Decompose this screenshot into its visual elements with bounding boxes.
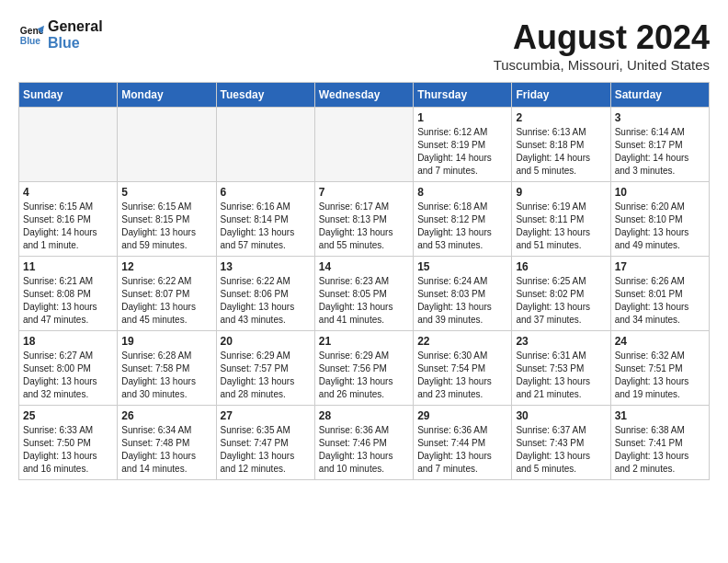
calendar-cell: 7Sunrise: 6:17 AM Sunset: 8:13 PM Daylig… bbox=[314, 182, 413, 257]
day-number: 8 bbox=[417, 186, 507, 199]
calendar-cell: 1Sunrise: 6:12 AM Sunset: 8:19 PM Daylig… bbox=[414, 108, 512, 182]
day-number: 9 bbox=[516, 186, 606, 199]
day-number: 29 bbox=[417, 409, 507, 422]
weekday-header-thursday: Thursday bbox=[414, 83, 512, 108]
svg-text:Blue: Blue bbox=[20, 36, 41, 46]
logo-text-general: General bbox=[48, 18, 103, 35]
day-info: Sunrise: 6:12 AM Sunset: 8:19 PM Dayligh… bbox=[417, 126, 507, 178]
day-info: Sunrise: 6:37 AM Sunset: 7:43 PM Dayligh… bbox=[516, 424, 606, 476]
day-info: Sunrise: 6:27 AM Sunset: 8:00 PM Dayligh… bbox=[23, 350, 113, 401]
day-info: Sunrise: 6:14 AM Sunset: 8:17 PM Dayligh… bbox=[615, 126, 705, 178]
day-info: Sunrise: 6:17 AM Sunset: 8:13 PM Dayligh… bbox=[319, 201, 409, 252]
day-info: Sunrise: 6:34 AM Sunset: 7:48 PM Dayligh… bbox=[121, 424, 211, 476]
calendar-cell bbox=[118, 108, 216, 182]
calendar-cell: 6Sunrise: 6:16 AM Sunset: 8:14 PM Daylig… bbox=[216, 182, 314, 257]
day-number: 7 bbox=[319, 186, 409, 199]
day-number: 1 bbox=[417, 111, 507, 124]
weekday-header-row: SundayMondayTuesdayWednesdayThursdayFrid… bbox=[19, 83, 710, 108]
calendar-cell bbox=[314, 108, 413, 182]
day-info: Sunrise: 6:29 AM Sunset: 7:56 PM Dayligh… bbox=[319, 350, 409, 401]
weekday-header-saturday: Saturday bbox=[610, 83, 709, 108]
day-number: 25 bbox=[23, 409, 113, 422]
day-info: Sunrise: 6:36 AM Sunset: 7:44 PM Dayligh… bbox=[417, 424, 507, 476]
calendar-cell: 12Sunrise: 6:22 AM Sunset: 8:07 PM Dayli… bbox=[118, 257, 216, 331]
day-number: 19 bbox=[121, 335, 211, 348]
day-info: Sunrise: 6:32 AM Sunset: 7:51 PM Dayligh… bbox=[615, 350, 705, 401]
calendar-cell: 30Sunrise: 6:37 AM Sunset: 7:43 PM Dayli… bbox=[512, 406, 610, 480]
day-number: 16 bbox=[516, 260, 606, 273]
day-number: 20 bbox=[221, 335, 311, 348]
day-info: Sunrise: 6:21 AM Sunset: 8:08 PM Dayligh… bbox=[23, 275, 113, 327]
day-info: Sunrise: 6:18 AM Sunset: 8:12 PM Dayligh… bbox=[417, 201, 507, 252]
day-info: Sunrise: 6:23 AM Sunset: 8:05 PM Dayligh… bbox=[319, 275, 409, 327]
day-info: Sunrise: 6:16 AM Sunset: 8:14 PM Dayligh… bbox=[221, 201, 311, 252]
calendar-cell: 19Sunrise: 6:28 AM Sunset: 7:58 PM Dayli… bbox=[118, 331, 216, 406]
day-number: 30 bbox=[516, 409, 606, 422]
calendar-cell: 27Sunrise: 6:35 AM Sunset: 7:47 PM Dayli… bbox=[216, 406, 314, 480]
day-number: 24 bbox=[615, 335, 705, 348]
day-info: Sunrise: 6:38 AM Sunset: 7:41 PM Dayligh… bbox=[615, 424, 705, 476]
day-number: 26 bbox=[121, 409, 211, 422]
calendar-cell bbox=[19, 108, 118, 182]
calendar-cell bbox=[216, 108, 314, 182]
day-info: Sunrise: 6:30 AM Sunset: 7:54 PM Dayligh… bbox=[417, 350, 507, 401]
calendar-week-row: 1Sunrise: 6:12 AM Sunset: 8:19 PM Daylig… bbox=[19, 108, 710, 182]
weekday-header-monday: Monday bbox=[118, 83, 216, 108]
day-number: 3 bbox=[615, 111, 705, 124]
calendar-cell: 14Sunrise: 6:23 AM Sunset: 8:05 PM Dayli… bbox=[314, 257, 413, 331]
logo: General Blue General Blue bbox=[18, 18, 103, 51]
day-number: 5 bbox=[121, 186, 211, 199]
day-number: 27 bbox=[221, 409, 311, 422]
day-info: Sunrise: 6:36 AM Sunset: 7:46 PM Dayligh… bbox=[319, 424, 409, 476]
day-info: Sunrise: 6:24 AM Sunset: 8:03 PM Dayligh… bbox=[417, 275, 507, 327]
month-title: August 2024 bbox=[494, 18, 710, 57]
day-number: 2 bbox=[516, 111, 606, 124]
calendar-cell: 29Sunrise: 6:36 AM Sunset: 7:44 PM Dayli… bbox=[414, 406, 512, 480]
calendar-week-row: 25Sunrise: 6:33 AM Sunset: 7:50 PM Dayli… bbox=[19, 406, 710, 480]
day-number: 6 bbox=[221, 186, 311, 199]
day-number: 14 bbox=[319, 260, 409, 273]
calendar-cell: 28Sunrise: 6:36 AM Sunset: 7:46 PM Dayli… bbox=[314, 406, 413, 480]
calendar-cell: 25Sunrise: 6:33 AM Sunset: 7:50 PM Dayli… bbox=[19, 406, 118, 480]
calendar-cell: 24Sunrise: 6:32 AM Sunset: 7:51 PM Dayli… bbox=[610, 331, 709, 406]
calendar-cell: 10Sunrise: 6:20 AM Sunset: 8:10 PM Dayli… bbox=[610, 182, 709, 257]
title-block: August 2024 Tuscumbia, Missouri, United … bbox=[494, 18, 710, 73]
calendar-cell: 9Sunrise: 6:19 AM Sunset: 8:11 PM Daylig… bbox=[512, 182, 610, 257]
calendar-cell: 17Sunrise: 6:26 AM Sunset: 8:01 PM Dayli… bbox=[610, 257, 709, 331]
calendar-week-row: 4Sunrise: 6:15 AM Sunset: 8:16 PM Daylig… bbox=[19, 182, 710, 257]
weekday-header-friday: Friday bbox=[512, 83, 610, 108]
day-number: 15 bbox=[417, 260, 507, 273]
weekday-header-sunday: Sunday bbox=[19, 83, 118, 108]
day-info: Sunrise: 6:19 AM Sunset: 8:11 PM Dayligh… bbox=[516, 201, 606, 252]
day-number: 11 bbox=[23, 260, 113, 273]
calendar-cell: 2Sunrise: 6:13 AM Sunset: 8:18 PM Daylig… bbox=[512, 108, 610, 182]
calendar-cell: 22Sunrise: 6:30 AM Sunset: 7:54 PM Dayli… bbox=[414, 331, 512, 406]
calendar-cell: 4Sunrise: 6:15 AM Sunset: 8:16 PM Daylig… bbox=[19, 182, 118, 257]
day-info: Sunrise: 6:31 AM Sunset: 7:53 PM Dayligh… bbox=[516, 350, 606, 401]
day-info: Sunrise: 6:22 AM Sunset: 8:07 PM Dayligh… bbox=[121, 275, 211, 327]
calendar-cell: 18Sunrise: 6:27 AM Sunset: 8:00 PM Dayli… bbox=[19, 331, 118, 406]
day-info: Sunrise: 6:29 AM Sunset: 7:57 PM Dayligh… bbox=[221, 350, 311, 401]
page-header: General Blue General Blue August 2024 Tu… bbox=[18, 18, 710, 73]
calendar-cell: 16Sunrise: 6:25 AM Sunset: 8:02 PM Dayli… bbox=[512, 257, 610, 331]
day-info: Sunrise: 6:13 AM Sunset: 8:18 PM Dayligh… bbox=[516, 126, 606, 178]
day-info: Sunrise: 6:26 AM Sunset: 8:01 PM Dayligh… bbox=[615, 275, 705, 327]
calendar-cell: 3Sunrise: 6:14 AM Sunset: 8:17 PM Daylig… bbox=[610, 108, 709, 182]
weekday-header-wednesday: Wednesday bbox=[314, 83, 413, 108]
day-info: Sunrise: 6:35 AM Sunset: 7:47 PM Dayligh… bbox=[221, 424, 311, 476]
calendar-week-row: 18Sunrise: 6:27 AM Sunset: 8:00 PM Dayli… bbox=[19, 331, 710, 406]
calendar-cell: 23Sunrise: 6:31 AM Sunset: 7:53 PM Dayli… bbox=[512, 331, 610, 406]
day-number: 17 bbox=[615, 260, 705, 273]
calendar-table: SundayMondayTuesdayWednesdayThursdayFrid… bbox=[18, 82, 710, 480]
day-number: 13 bbox=[221, 260, 311, 273]
calendar-cell: 26Sunrise: 6:34 AM Sunset: 7:48 PM Dayli… bbox=[118, 406, 216, 480]
day-info: Sunrise: 6:28 AM Sunset: 7:58 PM Dayligh… bbox=[121, 350, 211, 401]
weekday-header-tuesday: Tuesday bbox=[216, 83, 314, 108]
day-number: 31 bbox=[615, 409, 705, 422]
logo-text-blue: Blue bbox=[48, 35, 103, 52]
day-number: 23 bbox=[516, 335, 606, 348]
day-info: Sunrise: 6:20 AM Sunset: 8:10 PM Dayligh… bbox=[615, 201, 705, 252]
calendar-cell: 8Sunrise: 6:18 AM Sunset: 8:12 PM Daylig… bbox=[414, 182, 512, 257]
day-info: Sunrise: 6:25 AM Sunset: 8:02 PM Dayligh… bbox=[516, 275, 606, 327]
day-number: 10 bbox=[615, 186, 705, 199]
